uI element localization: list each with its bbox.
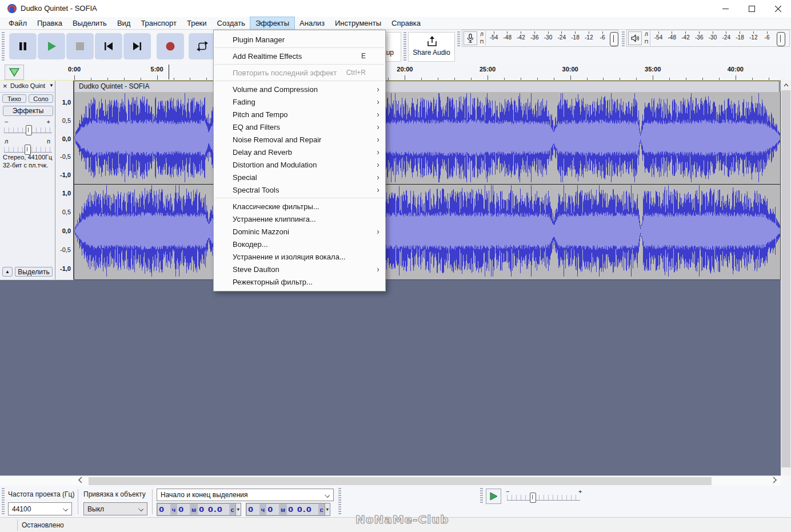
play-at-speed-grip[interactable]: [480, 488, 483, 503]
play-speed-slider[interactable]: [507, 495, 580, 501]
title-bar: Dudko Quintet - SOFIA: [0, 0, 791, 18]
effects-menu-item[interactable]: Plugin Manager: [214, 33, 385, 46]
track-collapse-button[interactable]: ▲: [2, 267, 13, 277]
effects-menu-item[interactable]: Steve Daulton›: [214, 263, 385, 275]
effects-menu-item[interactable]: EQ and Filters›: [214, 121, 385, 133]
menu-item-8[interactable]: Анализ: [294, 17, 330, 29]
time-digits[interactable]: 0 0: [158, 504, 170, 515]
menu-item-4[interactable]: Транспорт: [135, 17, 182, 29]
recording-meter-grip[interactable]: [457, 31, 460, 46]
timeline-ruler[interactable]: 0:005:0010:0015:0020:0025:0030:0035:0040…: [0, 64, 791, 81]
effects-menu-item[interactable]: Устранение и изоляция вокала...: [214, 250, 385, 263]
play-speed-slider-thumb[interactable]: [530, 493, 536, 503]
effects-menu-item[interactable]: Spectral Tools›: [214, 183, 385, 196]
time-digits[interactable]: 0 0: [247, 504, 259, 515]
time-digits[interactable]: 0 0.0 0 0: [287, 504, 318, 515]
share-toolbar-grip[interactable]: [404, 32, 406, 62]
pan-slider[interactable]: [4, 147, 52, 153]
effects-menu-item[interactable]: Volume and Compression›: [214, 83, 385, 95]
pinned-play-head-button[interactable]: [5, 65, 24, 80]
selection-toolbar-grip[interactable]: [2, 488, 5, 515]
time-digits[interactable]: 0 0: [266, 504, 279, 515]
time-digits[interactable]: 0 0: [177, 504, 190, 515]
time-format-dropdown[interactable]: ▾: [325, 503, 330, 515]
pause-button[interactable]: [9, 33, 37, 59]
track-menu-dropdown-icon[interactable]: ▼: [49, 83, 54, 88]
effects-menu-item[interactable]: Special›: [214, 171, 385, 183]
menu-item-3[interactable]: Вид: [112, 17, 136, 29]
time-digits[interactable]: 0 0.0 0 0: [198, 504, 229, 515]
effects-menu-item[interactable]: Классические фильтры...: [214, 200, 385, 213]
submenu-arrow-icon: ›: [374, 85, 379, 94]
selection-end-time-field[interactable]: 0 0ч0 0м0 0.0 0 0с▾: [246, 503, 330, 516]
skip-to-start-button[interactable]: [95, 33, 122, 59]
effects-menu-item[interactable]: Повторить последний эффектCtrl+R: [214, 66, 385, 79]
effects-menu-item[interactable]: Режекторный фильтр...: [214, 275, 385, 288]
selection-mode-combo[interactable]: Начало и конец выделения: [157, 489, 334, 501]
loop-button[interactable]: [189, 33, 216, 59]
recording-meter[interactable]: Л П -54-48-42-36-30-24-18-12-6: [462, 30, 618, 47]
effects-menu-item[interactable]: Устранение клиппинга...: [214, 213, 385, 225]
scroll-up-arrow-icon[interactable]: [781, 80, 791, 90]
effects-menu-item[interactable]: Fading›: [214, 95, 385, 108]
effects-menu-item[interactable]: Distortion and Modulation›: [214, 158, 385, 171]
menu-item-7[interactable]: Эффекты: [250, 17, 294, 29]
vertical-scrollbar[interactable]: [781, 80, 791, 475]
transport-toolbar-grip[interactable]: [2, 32, 5, 62]
snap-to-combo[interactable]: Выкл: [83, 502, 147, 515]
menu-item-9[interactable]: Инструменты: [330, 17, 386, 29]
track-close-button[interactable]: ×: [3, 82, 7, 90]
track-name[interactable]: Dudko Quint: [10, 82, 45, 89]
time-toolbar-grip[interactable]: [338, 488, 341, 515]
meter-scale-mark: -42: [515, 31, 528, 46]
minimize-button[interactable]: [712, 0, 738, 17]
scroll-left-arrow-icon[interactable]: [78, 477, 82, 485]
solo-button[interactable]: Соло: [29, 94, 53, 103]
stop-button[interactable]: [66, 33, 94, 59]
mute-button[interactable]: Тихо: [2, 94, 26, 103]
scroll-right-arrow-icon[interactable]: [773, 477, 777, 485]
horizontal-scrollbar[interactable]: [0, 475, 781, 486]
gain-slider[interactable]: [4, 127, 52, 133]
effects-menu: Plugin ManagerAdd Realtime EffectsEПовто…: [213, 30, 386, 291]
effects-menu-item[interactable]: Dominic Mazzoni›: [214, 225, 385, 238]
effects-menu-item[interactable]: Вокодер...: [214, 238, 385, 250]
effects-menu-item[interactable]: Delay and Reverb›: [214, 146, 385, 158]
selection-start-time-field[interactable]: 0 0ч0 0м0 0.0 0 0с▾: [157, 503, 241, 516]
menu-item-10[interactable]: Справка: [386, 17, 426, 29]
time-format-dropdown[interactable]: ▾: [235, 503, 241, 515]
share-audio-button[interactable]: Share Audio: [408, 32, 455, 62]
playback-meter-speaker-button[interactable]: [628, 31, 642, 45]
playback-volume-slider-thumb[interactable]: [777, 32, 785, 46]
waveform[interactable]: [74, 92, 781, 280]
track-effects-button[interactable]: Эффекты: [3, 106, 53, 116]
play-at-speed-button[interactable]: [486, 489, 501, 504]
playback-meter[interactable]: Л П -54-48-42-36-30-24-18-12-6: [626, 30, 790, 47]
vertical-scrollbar-thumb[interactable]: [781, 90, 790, 467]
playback-meter-grip[interactable]: [622, 31, 625, 46]
menu-item-2[interactable]: Выделить: [67, 17, 112, 29]
record-button[interactable]: [157, 33, 184, 59]
close-button[interactable]: [765, 0, 791, 17]
effects-menu-item[interactable]: Pitch and Tempo›: [214, 108, 385, 121]
maximize-button[interactable]: [738, 0, 765, 17]
record-meter-mic-button[interactable]: [464, 31, 477, 45]
horizontal-scrollbar-thumb[interactable]: [89, 477, 712, 485]
audio-clip[interactable]: Dudko Quintet - SOFIA: [74, 81, 780, 279]
record-volume-slider-thumb[interactable]: [610, 32, 618, 46]
clip-title[interactable]: Dudko Quintet - SOFIA: [74, 81, 780, 92]
maximize-icon: [749, 6, 755, 12]
project-rate-combo[interactable]: 44100: [8, 502, 72, 515]
menu-item-1[interactable]: Правка: [32, 17, 67, 29]
menu-item-5[interactable]: Треки: [182, 17, 212, 29]
submenu-arrow-icon: ›: [374, 147, 379, 157]
play-button[interactable]: [38, 33, 65, 59]
effects-menu-item[interactable]: Add Realtime EffectsE: [214, 50, 385, 62]
effects-menu-item[interactable]: Noise Removal and Repair›: [214, 133, 385, 146]
menu-item-0[interactable]: Файл: [3, 17, 32, 29]
track-select-button[interactable]: Выделить: [15, 267, 53, 277]
gain-slider-thumb[interactable]: [26, 125, 32, 135]
menu-item-6[interactable]: Создать: [212, 17, 250, 29]
vertical-scale-ruler[interactable]: 1,00,50,0-0,5-1,01,00,50,0-0,5-1,0: [55, 81, 74, 279]
skip-to-end-button[interactable]: [123, 33, 151, 59]
